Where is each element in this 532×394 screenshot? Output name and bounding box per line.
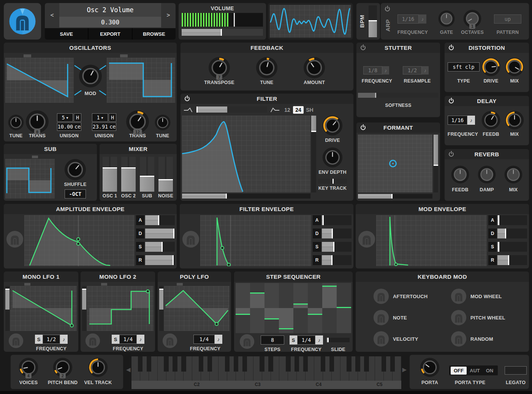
filter-drive-knob[interactable] xyxy=(322,115,343,136)
porta-type-on-button[interactable]: ON xyxy=(483,367,497,375)
step-3[interactable] xyxy=(264,283,279,333)
fenv-release-slider[interactable] xyxy=(322,255,352,265)
legato-toggle[interactable] xyxy=(505,366,527,375)
black-key[interactable] xyxy=(242,356,247,372)
lfo2-sync-button[interactable]: S xyxy=(112,335,119,344)
black-key[interactable] xyxy=(234,356,238,372)
poly-lfo-mod-source-icon[interactable] xyxy=(162,333,177,348)
step-4[interactable] xyxy=(279,283,293,333)
vel-track-knob[interactable] xyxy=(88,357,108,378)
arp-octaves-knob[interactable]: 1 xyxy=(463,9,482,28)
lfo2-wave-display[interactable] xyxy=(87,286,154,331)
fenv-decay-slider[interactable] xyxy=(322,229,352,238)
voices-knob[interactable]: 4 xyxy=(18,357,39,378)
lfo2-shape-handle[interactable] xyxy=(101,283,107,286)
stepseq-mod-source-icon[interactable] xyxy=(239,334,255,349)
poly-lfo-shape-handle[interactable] xyxy=(177,283,183,286)
black-key[interactable] xyxy=(364,356,369,372)
filter-pole-sh-button[interactable]: SH xyxy=(304,106,315,114)
filter-blend-slider[interactable] xyxy=(196,106,267,113)
stutter-power-icon[interactable] xyxy=(360,45,366,51)
feedback-amount-knob[interactable] xyxy=(303,56,326,79)
random-mod-source-icon[interactable] xyxy=(451,331,467,347)
poly-lfo-note-icon[interactable]: ♪ xyxy=(215,335,222,344)
black-key[interactable] xyxy=(347,356,351,372)
delay-mix-knob[interactable] xyxy=(505,110,524,130)
lfo2-note-icon[interactable]: ♪ xyxy=(137,335,144,344)
black-key[interactable] xyxy=(321,356,325,372)
step-6[interactable] xyxy=(308,283,322,333)
menv-attack-slider[interactable] xyxy=(497,215,527,225)
delay-feedback-knob[interactable] xyxy=(481,110,501,130)
sub-octave-button[interactable]: -OCT xyxy=(65,189,86,199)
black-key[interactable] xyxy=(173,356,177,372)
osc2-shape-handle[interactable] xyxy=(120,54,128,57)
arp-frequency-value[interactable]: 1/16 xyxy=(397,14,419,24)
fenv-sustain-slider[interactable] xyxy=(322,242,352,252)
pitch-wheel-mod-source-icon[interactable] xyxy=(451,310,467,326)
bpm-slider[interactable] xyxy=(369,5,377,37)
step-sequencer-display[interactable] xyxy=(236,283,351,333)
black-key[interactable] xyxy=(286,356,290,372)
aftertouch-mod-source-icon[interactable] xyxy=(373,288,389,304)
osc1-unison-voices[interactable]: 5▾ xyxy=(57,113,73,122)
lfo1-frequency-value[interactable]: 1/2 xyxy=(43,335,60,344)
osc1-wave-display[interactable] xyxy=(5,58,74,103)
mixer-osc1-fader[interactable] xyxy=(103,157,117,192)
black-key[interactable] xyxy=(329,356,334,372)
lfo1-note-icon[interactable]: ♪ xyxy=(60,335,68,344)
mod-env-display[interactable] xyxy=(376,215,487,266)
amp-env-mod-source-icon[interactable] xyxy=(6,230,24,248)
reverb-mix-knob[interactable] xyxy=(504,165,523,184)
note-mod-source-icon[interactable] xyxy=(373,310,389,326)
feedback-transpose-knob[interactable]: 7 xyxy=(208,56,231,79)
lfo1-mod-source-icon[interactable] xyxy=(8,333,24,348)
mod-wheel-mod-source-icon[interactable] xyxy=(451,288,467,304)
formant-y-slider[interactable] xyxy=(434,135,438,192)
black-key[interactable] xyxy=(147,356,151,372)
osc1-tune-knob[interactable] xyxy=(8,114,24,131)
distortion-type-value[interactable]: sft clp xyxy=(448,62,480,71)
osc1-unison-harmonize-button[interactable]: H xyxy=(74,113,81,122)
poly-lfo-frequency-value[interactable]: 1/4 xyxy=(193,335,215,344)
formant-target[interactable] xyxy=(389,160,397,167)
filter-env-depth-knob[interactable] xyxy=(322,147,343,168)
black-key[interactable] xyxy=(181,356,186,372)
lfo1-wave-display[interactable] xyxy=(10,286,77,331)
step-1[interactable] xyxy=(236,283,250,333)
black-key[interactable] xyxy=(294,356,299,372)
stutter-resample-note-icon[interactable]: ♪ xyxy=(422,66,429,75)
delay-frequency-value[interactable]: 1/16 xyxy=(448,116,467,125)
step-2[interactable] xyxy=(250,283,264,333)
stutter-softness-slider[interactable] xyxy=(358,93,439,98)
export-button[interactable]: EXPORT xyxy=(89,28,131,40)
patch-next-button[interactable]: > xyxy=(161,3,176,27)
delay-power-icon[interactable] xyxy=(448,98,454,104)
pitch-bend-knob[interactable]: 2 xyxy=(52,357,73,378)
osc2-transpose-knob[interactable]: 12 xyxy=(125,110,150,134)
black-key[interactable] xyxy=(199,356,203,372)
arp-pattern-value[interactable]: up xyxy=(494,14,521,24)
feedback-tune-knob[interactable] xyxy=(255,56,278,79)
mixer-noise-fader[interactable] xyxy=(158,157,173,192)
filter-response-display[interactable] xyxy=(182,116,310,192)
arp-gate-knob[interactable] xyxy=(438,10,455,27)
osc2-unison-voices[interactable]: 1▾ xyxy=(92,113,108,122)
sub-shuffle-knob[interactable] xyxy=(64,158,87,181)
porta-knob[interactable] xyxy=(420,357,440,378)
distortion-mix-knob[interactable] xyxy=(505,57,524,77)
stepseq-frequency-value[interactable]: 1/4 xyxy=(297,335,315,345)
lfo2-mod-source-icon[interactable] xyxy=(85,333,100,348)
browse-button[interactable]: BROWSE xyxy=(133,28,176,40)
lfo2-amp-slider[interactable] xyxy=(82,286,86,331)
distortion-power-icon[interactable] xyxy=(448,45,454,51)
osc2-unison-harmonize-button[interactable]: H xyxy=(109,113,116,122)
patch-value[interactable]: 0.300 xyxy=(59,17,161,27)
stutter-frequency-value[interactable]: 1/8 xyxy=(363,66,382,75)
stutter-frequency-note-icon[interactable]: ♪ xyxy=(382,66,389,75)
mixer-osc2-fader[interactable] xyxy=(121,157,136,192)
fenv-attack-slider[interactable] xyxy=(322,215,352,225)
amp-decay-slider[interactable] xyxy=(145,229,175,238)
step-5[interactable] xyxy=(293,283,308,333)
save-button[interactable]: SAVE xyxy=(45,28,88,40)
